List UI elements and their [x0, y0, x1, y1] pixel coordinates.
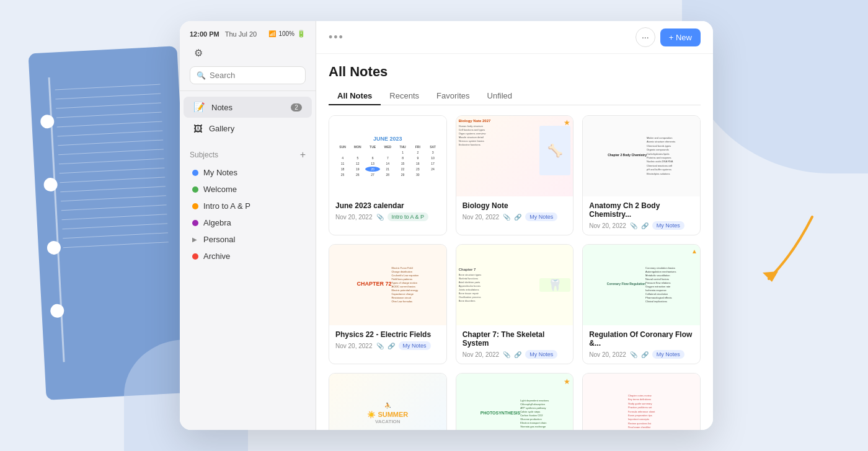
note-thumbnail-skeleton: Chapter 7 Bone structure types Skeletal … [456, 245, 574, 325]
sidebar: 12:00 PM Thu Jul 20 📶 100% 🔋 ⚙ 🔍 📝 [180, 21, 316, 430]
subject-welcome[interactable]: Welcome [190, 181, 306, 198]
svg-marker-0 [763, 271, 778, 282]
tab-unfiled[interactable]: Unfiled [479, 87, 521, 105]
skeleton-text: Chapter 7 Bone structure types Skeletal … [459, 267, 538, 303]
sidebar-item-notes[interactable]: 📝 Notes 2 [184, 97, 312, 118]
page-title: All Notes [329, 64, 701, 80]
note-card-june-calendar[interactable]: JUNE 2023 SUNMONTUEWEDTHUFRISAT 123 4567… [329, 115, 447, 235]
note-card-biology[interactable]: ★ Biology Nate 2027 Human body structure… [456, 115, 574, 235]
note-thumbnail-photosynthesis: ★ PHOTOSYNTHESIS Light dependent reactio… [456, 374, 574, 430]
biology-diagram: 🦴 [539, 126, 570, 175]
orange-arrow-decoration [744, 204, 818, 285]
note-meta: Nov 20, 2022 📎 🔗 My Notes [463, 212, 567, 221]
algebra-dot [192, 220, 198, 226]
personal-chevron: ▶ [192, 236, 197, 243]
search-box[interactable]: 🔍 [190, 66, 306, 84]
sidebar-header: 12:00 PM Thu Jul 20 📶 100% 🔋 ⚙ 🔍 [180, 21, 316, 91]
hole-3 [46, 240, 61, 255]
note-card-anatomy[interactable]: Chapter 2 Body Chemistry Matter and comp… [582, 115, 701, 235]
search-input[interactable] [210, 71, 299, 80]
note-info: Physics 22 - Electric Fields Nov 20, 202… [329, 325, 446, 355]
photosynthesis-star-icon: ★ [564, 376, 570, 387]
battery-icon: 🔋 [297, 30, 306, 38]
subject-welcome-label: Welcome [203, 185, 237, 194]
app-container: 12:00 PM Thu Jul 20 📶 100% 🔋 ⚙ 🔍 📝 [180, 21, 713, 430]
subject-archive-label: Archive [203, 252, 230, 261]
note-thumbnail-coronary: Coronary Flow Regulation Coronary circul… [583, 245, 700, 325]
notes-badge: 2 [291, 103, 302, 112]
note-date: Nov 20, 2022 [335, 343, 373, 349]
welcome-dot [192, 186, 198, 193]
subject-archive[interactable]: Archive [190, 248, 306, 265]
subject-personal-label: Personal [203, 235, 235, 244]
note-info: Anatomy Ch 2 Body Chemistry... Nov 20, 2… [583, 196, 700, 235]
settings-button[interactable]: ⚙ [190, 44, 207, 61]
hole-1 [40, 115, 55, 129]
note-tag: Intro to A & P [388, 212, 429, 221]
note-date: Nov 20, 2022 [589, 222, 626, 229]
tab-all-notes[interactable]: All Notes [329, 87, 381, 105]
status-time: 12:00 PM Thu Jul 20 [190, 30, 257, 38]
new-button[interactable]: + New [660, 28, 701, 46]
note-title: Physics 22 - Electric Fields [335, 330, 440, 339]
note-meta: Nov 20, 2022 📎 🔗 My Notes [335, 341, 440, 350]
note-card-skeleton[interactable]: Chapter 7 Bone structure types Skeletal … [456, 244, 574, 364]
main-content: ••• ··· + New All Notes All Notes Recent… [316, 21, 713, 430]
attachment-icon: 📎 [630, 351, 637, 358]
note-tag: My Notes [525, 212, 557, 221]
note-tag: My Notes [525, 350, 557, 359]
subject-my-notes-label: My Notes [203, 168, 237, 177]
note-card-summer[interactable]: ⛹ ☀️ SUMMER VACATION Summer Nov 20, 2022 [329, 373, 447, 430]
note-date: Nov 20, 2022 [589, 351, 626, 358]
attachment-icon: 📎 [376, 214, 384, 221]
note-date: Nov 20, 2022 [463, 214, 500, 221]
tab-favorites[interactable]: Favorites [428, 87, 478, 105]
link-icon: 🔗 [514, 351, 521, 358]
note-meta: Nov 20, 2022 📎 🔗 My Notes [589, 350, 694, 359]
tabs: All Notes Recents Favorites Unfiled [329, 87, 701, 105]
note-card-coronary[interactable]: Coronary Flow Regulation Coronary circul… [582, 244, 701, 364]
attachment-icon: 📎 [503, 214, 510, 221]
top-bar: ••• ··· + New [316, 21, 713, 54]
note-date: Nov 20, 2022 [463, 351, 500, 358]
note-card-notes3[interactable]: Chapter notes review Key terms definitio… [582, 373, 701, 430]
note-card-photosynthesis[interactable]: ★ PHOTOSYNTHESIS Light dependent reactio… [456, 373, 574, 430]
note-title: Anatomy Ch 2 Body Chemistry... [589, 201, 694, 219]
subject-my-notes[interactable]: My Notes [190, 164, 306, 181]
attachment-icon: 📎 [376, 343, 384, 349]
subject-intro-ap-label: Intro to A & P [203, 201, 250, 211]
content-area[interactable]: All Notes All Notes Recents Favorites Un… [316, 54, 713, 430]
photosynthesis-title: PHOTOSYNTHESIS [480, 410, 520, 417]
note-info: Chapter 7: The Skeletal System Nov 20, 2… [456, 325, 574, 364]
sidebar-item-gallery[interactable]: 🖼 Gallery [184, 118, 312, 139]
attachment-icon: 📎 [503, 351, 510, 358]
note-date: Nov 20, 2022 [335, 214, 373, 221]
note-tag: My Notes [652, 350, 684, 359]
top-bar-dots: ••• [329, 31, 344, 44]
note-title: June 2023 calendar [335, 201, 440, 210]
search-icon: 🔍 [197, 71, 206, 80]
note-meta: Nov 20, 2022 📎 Intro to A & P [335, 212, 440, 221]
note-thumbnail-biology: ★ Biology Nate 2027 Human body structure… [456, 116, 574, 196]
note-info: Biology Note Nov 20, 2022 📎 🔗 My Notes [456, 196, 574, 226]
notebook-lines [55, 84, 169, 257]
link-icon: 🔗 [514, 214, 521, 221]
note-thumbnail-physics: CHAPTER 72 Electric Force Field Charge d… [329, 245, 446, 325]
subject-personal[interactable]: ▶ Personal [190, 231, 306, 248]
tab-recents[interactable]: Recents [381, 87, 428, 105]
my-notes-dot [192, 170, 198, 176]
note-info: Regulation Of Coronary Flow &... Nov 20,… [583, 325, 700, 364]
attachment-icon: 📎 [630, 222, 637, 229]
note-card-physics[interactable]: CHAPTER 72 Electric Force Field Charge d… [329, 244, 447, 364]
nav-gallery-label: Gallery [209, 124, 302, 133]
wifi-icon: 📶 [268, 30, 276, 37]
subjects-add-button[interactable]: + [300, 149, 306, 160]
more-button[interactable]: ··· [636, 27, 655, 47]
note-thumbnail-summer: ⛹ ☀️ SUMMER VACATION [329, 374, 446, 430]
note-title: Chapter 7: The Skeletal System [463, 330, 567, 348]
note-tag: My Notes [399, 341, 431, 350]
subject-algebra[interactable]: Algebra [190, 214, 306, 231]
subject-intro-ap[interactable]: Intro to A & P [190, 198, 306, 214]
status-bar: 12:00 PM Thu Jul 20 📶 100% 🔋 [190, 30, 306, 38]
nav-notes-label: Notes [211, 103, 285, 112]
